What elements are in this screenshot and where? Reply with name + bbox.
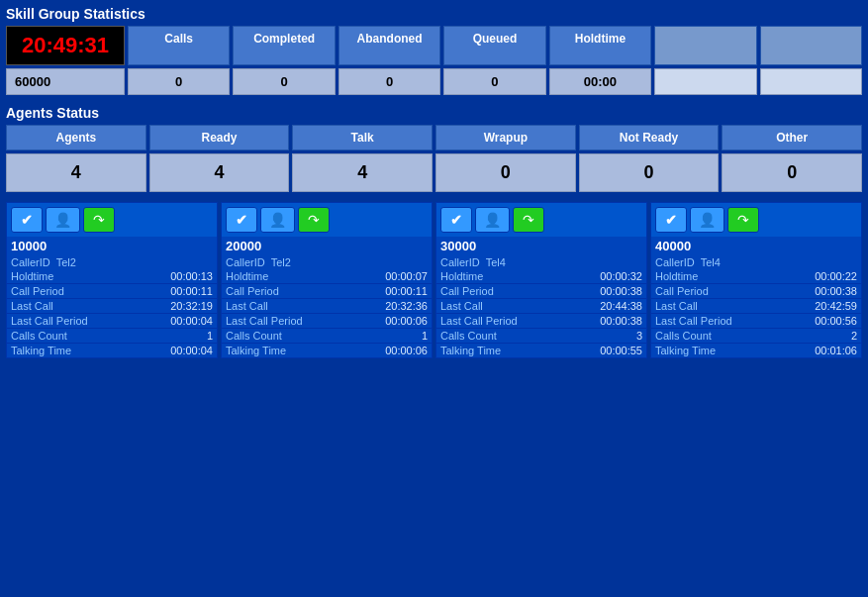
talkingtime-value: 00:00:55 (600, 345, 642, 356)
agent-card-2: ✔ 👤 ↷ 30000 CallerID Tel4 Holdtime 00:00… (435, 202, 647, 358)
callscount-label: Calls Count (226, 330, 282, 342)
sg-header-completed: Completed (233, 26, 335, 65)
lastcallperiod-label: Last Call Period (226, 315, 303, 327)
card-callscount-row-0: Calls Count 1 (7, 329, 217, 344)
lastcall-value: 20:42:59 (815, 300, 857, 312)
sg-holdtime-value: 00:00 (549, 68, 651, 95)
callperiod-value: 00:00:38 (815, 285, 857, 297)
person-icon: 👤 (269, 212, 286, 228)
card-person-btn-2[interactable]: 👤 (475, 207, 510, 233)
holdtime-value: 00:00:13 (170, 270, 213, 282)
agent-card-0: ✔ 👤 ↷ 10000 CallerID Tel2 Holdtime 00:00… (6, 202, 218, 358)
card-talkingtime-row-3: Talking Time 00:01:06 (651, 344, 861, 357)
check-icon: ✔ (450, 212, 462, 228)
sg-queued-value: 0 (443, 68, 545, 95)
lastcallperiod-label: Last Call Period (655, 315, 732, 327)
lastcallperiod-label: Last Call Period (11, 315, 88, 327)
agents-header-wrapup: Wrapup (435, 125, 576, 150)
lastcall-value: 20:32:36 (385, 300, 428, 312)
card-callscount-row-3: Calls Count 2 (651, 329, 861, 344)
sg-id-cell: 60000 (6, 68, 125, 95)
callperiod-value: 00:00:11 (170, 285, 213, 297)
card-talkingtime-row-1: Talking Time 00:00:06 (222, 344, 432, 357)
arrow-icon: ↷ (93, 212, 105, 228)
card-lastcall-row-1: Last Call 20:32:36 (222, 299, 432, 314)
lastcall-label: Last Call (440, 300, 483, 312)
card-arrow-btn-2[interactable]: ↷ (513, 207, 544, 233)
holdtime-value: 00:00:22 (815, 270, 857, 282)
card-lastcallperiod-row-0: Last Call Period 00:00:04 (7, 314, 217, 329)
card-lastcallperiod-row-2: Last Call Period 00:00:38 (436, 314, 646, 329)
card-buttons-2: ✔ 👤 ↷ (436, 203, 646, 237)
talkingtime-label: Talking Time (11, 345, 71, 356)
card-holdtime-row-2: Holdtime 00:00:32 (436, 269, 646, 284)
card-buttons-0: ✔ 👤 ↷ (7, 203, 217, 237)
agents-status-title: Agents Status (6, 105, 862, 121)
sg-abandoned-value: 0 (338, 68, 440, 95)
card-check-btn-1[interactable]: ✔ (226, 207, 257, 233)
callscount-value: 1 (422, 330, 428, 342)
card-id-0: 10000 (7, 237, 217, 255)
arrow-icon: ↷ (308, 212, 320, 228)
callscount-value: 1 (207, 330, 213, 342)
arrow-icon: ↷ (523, 212, 534, 228)
card-id-2: 30000 (436, 237, 646, 255)
timer-display: 20:49:31 (6, 26, 125, 65)
card-arrow-btn-0[interactable]: ↷ (83, 207, 115, 233)
agents-ready: 4 (149, 153, 290, 192)
sg-header-row: 20:49:31 Calls Completed Abandoned Queue… (6, 26, 862, 65)
lastcallperiod-value: 00:00:04 (170, 315, 213, 327)
person-icon: 👤 (484, 212, 501, 228)
callperiod-value: 00:00:11 (385, 285, 428, 297)
card-person-btn-1[interactable]: 👤 (260, 207, 295, 233)
arrow-icon: ↷ (737, 212, 749, 228)
callscount-value: 3 (636, 330, 642, 342)
talkingtime-label: Talking Time (655, 345, 716, 356)
card-lastcall-row-0: Last Call 20:32:19 (7, 299, 217, 314)
holdtime-label: Holdtime (11, 270, 53, 282)
card-holdtime-row-1: Holdtime 00:00:07 (222, 269, 432, 284)
sg-data-row: 60000 0 0 0 0 00:00 (6, 68, 862, 95)
card-person-btn-0[interactable]: 👤 (46, 207, 80, 233)
talkingtime-value: 00:00:06 (385, 345, 428, 356)
card-arrow-btn-3[interactable]: ↷ (727, 207, 759, 233)
agents-status-section: Agents Status Agents Ready Talk Wrapup N… (6, 105, 862, 192)
lastcall-label: Last Call (655, 300, 698, 312)
lastcall-value: 20:44:38 (600, 300, 642, 312)
card-buttons-1: ✔ 👤 ↷ (222, 203, 432, 237)
agents-wrapup: 0 (435, 153, 576, 192)
agent-card-3: ✔ 👤 ↷ 40000 CallerID Tel4 Holdtime 00:00… (650, 202, 862, 358)
holdtime-label: Holdtime (655, 270, 698, 282)
holdtime-label: Holdtime (440, 270, 483, 282)
card-check-btn-2[interactable]: ✔ (440, 207, 472, 233)
card-callscount-row-1: Calls Count 1 (222, 329, 432, 344)
card-lastcall-row-2: Last Call 20:44:38 (436, 299, 646, 314)
agents-talk: 4 (292, 153, 433, 192)
card-person-btn-3[interactable]: 👤 (690, 207, 724, 233)
agents-other: 0 (722, 153, 862, 192)
card-arrow-btn-1[interactable]: ↷ (298, 207, 330, 233)
card-callscount-row-2: Calls Count 3 (436, 329, 646, 344)
sg-header-extra2 (760, 26, 862, 65)
card-check-btn-0[interactable]: ✔ (11, 207, 43, 233)
sg-extra1-value (654, 68, 756, 95)
talkingtime-value: 00:01:06 (815, 345, 857, 356)
agents-notready: 0 (579, 153, 720, 192)
sg-extra2-value (760, 68, 862, 95)
card-callperiod-row-0: Call Period 00:00:11 (7, 284, 217, 299)
check-icon: ✔ (21, 212, 33, 228)
card-holdtime-row-0: Holdtime 00:00:13 (7, 269, 217, 284)
card-id-3: 40000 (651, 237, 861, 255)
card-callerid-2: CallerID Tel4 (436, 255, 646, 269)
callperiod-label: Call Period (655, 285, 709, 297)
card-lastcall-row-3: Last Call 20:42:59 (651, 299, 861, 314)
sg-header-calls: Calls (128, 26, 230, 65)
holdtime-label: Holdtime (226, 270, 268, 282)
callscount-label: Calls Count (11, 330, 67, 342)
holdtime-value: 00:00:07 (385, 270, 428, 282)
card-buttons-3: ✔ 👤 ↷ (651, 203, 861, 237)
holdtime-value: 00:00:32 (600, 270, 642, 282)
sg-completed-value: 0 (233, 68, 335, 95)
card-check-btn-3[interactable]: ✔ (655, 207, 687, 233)
sg-calls-value: 0 (128, 68, 230, 95)
